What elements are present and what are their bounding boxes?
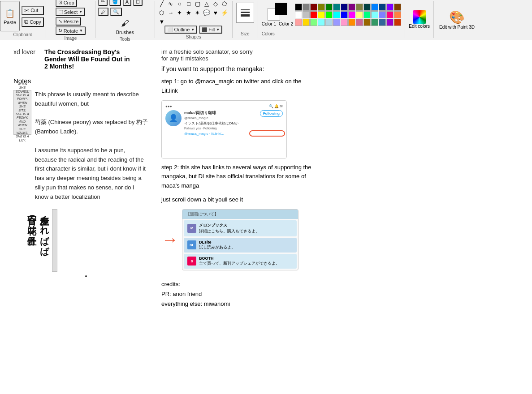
color-gray[interactable] (303, 4, 310, 11)
color-lightgreen[interactable] (310, 19, 317, 26)
color-lightblue[interactable] (325, 19, 333, 26)
color-lime[interactable] (325, 11, 333, 18)
select-button[interactable]: ⬚ Select ▼ (56, 8, 86, 16)
curve-shape[interactable]: ∿ (167, 0, 175, 8)
credits-everything: everything else: miwanomi (161, 299, 519, 309)
color-white[interactable] (295, 11, 302, 18)
roundrect-shape[interactable]: ▢ (194, 0, 202, 8)
select-icon: ⬚ (58, 9, 63, 15)
rotate-dropdown-icon: ▼ (79, 29, 83, 33)
fill-shape-button[interactable]: ⬛ Fill ▼ (199, 26, 222, 34)
step3-text: just scroll down a bit youll see it (161, 195, 519, 205)
vertical-text-row: 百合の花は牡丹子 立座歩くればば (27, 209, 148, 272)
star4-shape[interactable]: ✦ (176, 9, 184, 17)
color-teal[interactable] (333, 4, 340, 11)
twitter-highlight-circle (249, 130, 285, 137)
step2-item-booth: B BOOTH 全て買って、新刊アップシェアができるよ。 (184, 254, 297, 269)
cut-button[interactable]: ✂ Cut (22, 6, 44, 15)
crop-button[interactable]: ⊡ Crop (56, 0, 77, 7)
copy-button[interactable]: ⧉ Copy (22, 17, 44, 27)
fill-shape-icon: ⬛ (202, 27, 207, 32)
color-red[interactable] (310, 11, 317, 18)
color-silver[interactable] (303, 11, 310, 18)
color-darkpink[interactable] (356, 19, 363, 26)
color-darkgreen[interactable] (325, 4, 333, 11)
color-darkgold[interactable] (363, 19, 371, 26)
color-darkorange[interactable] (348, 19, 355, 26)
color1-swatch[interactable] (275, 3, 287, 15)
color-magenta[interactable] (348, 11, 355, 18)
text-button[interactable]: A (123, 0, 131, 6)
paste-icon: 📋 (4, 7, 16, 20)
color-black[interactable] (295, 4, 302, 11)
brushes-button[interactable]: 🖌 Brushes (114, 16, 136, 36)
eraser-button[interactable]: ◻ (133, 0, 143, 6)
color-yellow[interactable] (318, 11, 325, 18)
copy-icon: ⧉ (24, 18, 28, 26)
color-slateblue[interactable] (379, 19, 386, 26)
lightning-shape[interactable]: ⚡ (221, 9, 229, 17)
color-navy[interactable] (341, 4, 348, 11)
notes-label: Notes (13, 77, 148, 85)
oval-shape[interactable]: ○ (176, 0, 184, 8)
callout-shape[interactable]: 💬 (203, 9, 211, 17)
step2-screenshot-row: → 【漫画について】 M メロンブックス 詳細はこちら。購入もできるよ。 DL … (161, 209, 519, 270)
color-darkviolet[interactable] (386, 19, 394, 26)
color-gold[interactable] (303, 19, 310, 26)
pencil-button[interactable]: ✏ (98, 0, 108, 6)
color-pinklavender[interactable] (341, 19, 348, 26)
heart-shape[interactable]: ♥ (212, 9, 220, 17)
size-selector[interactable] (236, 3, 254, 23)
credits-label: credits: (161, 279, 519, 289)
line-shape[interactable]: ╱ (158, 0, 166, 8)
color-lightyellow[interactable] (356, 11, 363, 18)
melon-icon: M (187, 224, 196, 233)
color-blue[interactable] (371, 4, 378, 11)
color-lightcyan[interactable] (371, 11, 378, 18)
outline-button[interactable]: ⬜ Outline ▼ (164, 26, 197, 34)
color-lightpink[interactable] (295, 19, 302, 26)
edit-with-paint3d-group[interactable]: 🎨 Edit with Paint 3D (434, 1, 480, 38)
star5-shape[interactable]: ★ (185, 9, 193, 17)
color-brightblue[interactable] (341, 11, 348, 18)
color-orange[interactable] (394, 11, 401, 18)
color-hotpink[interactable] (386, 11, 394, 18)
rect-shape[interactable]: □ (185, 0, 193, 8)
diamond-shape[interactable]: ◇ (212, 0, 220, 8)
color-violet[interactable] (386, 4, 394, 11)
color-darkred[interactable] (310, 4, 317, 11)
resize-icon: ⤡ (58, 18, 62, 24)
support-section: if you want to suppport the mangaka: ste… (161, 65, 519, 270)
pent-shape[interactable]: ⬠ (221, 0, 229, 8)
color-darkred2[interactable] (394, 19, 401, 26)
color-lavender[interactable] (333, 19, 340, 26)
fill-button[interactable]: 🪣 (109, 0, 121, 6)
color-purple[interactable] (348, 4, 355, 11)
color-brown[interactable] (394, 4, 401, 11)
paste-button[interactable]: 📋 Paste (0, 1, 20, 31)
melon-name: メロンブックス (199, 223, 260, 228)
color-seafoam[interactable] (371, 19, 378, 26)
tri-shape[interactable]: △ (203, 0, 211, 8)
note-row: WHEN SHE STANDS, SHE IS A PONY*, WHEN SH… (13, 90, 148, 202)
arrow-shape[interactable]: → (167, 9, 175, 17)
magnify-button[interactable]: 🔍 (110, 8, 122, 16)
tools-group: ✏ 🪣 A ◻ 🖊 🔍 🖌 Brushes Tools (95, 1, 155, 38)
color-darkolive[interactable] (356, 4, 363, 11)
edit-colors-group[interactable]: Edit colors (405, 1, 434, 38)
color-cyan[interactable] (333, 11, 340, 18)
hex-shape[interactable]: ⬡ (158, 9, 166, 17)
color-olive[interactable] (318, 4, 325, 11)
color-springgreen[interactable] (363, 11, 371, 18)
twitter-follow-button[interactable]: Following (260, 110, 283, 117)
star6-shape[interactable]: ✶ (194, 9, 202, 17)
color-darkblue[interactable] (379, 4, 386, 11)
color-lightcyan2[interactable] (318, 19, 325, 26)
rotate-button[interactable]: ↻ Rotate ▼ (56, 26, 86, 35)
support-heading: if you want to suppport the mangaka: (161, 65, 519, 73)
colorpick-button[interactable]: 🖊 (98, 8, 108, 16)
paint3d-icon: 🎨 (449, 10, 465, 25)
resize-button[interactable]: ⤡ Resize (56, 17, 82, 26)
color-periwinkle[interactable] (379, 11, 386, 18)
color-darkteal[interactable] (363, 4, 371, 11)
